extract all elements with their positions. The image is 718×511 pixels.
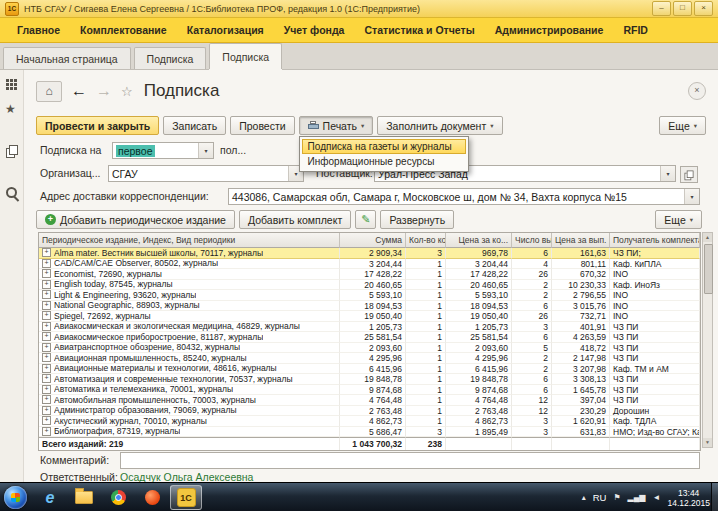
add-set-button[interactable]: Добавить комплект bbox=[239, 210, 351, 229]
subscription-period-field[interactable]: первое ▾ bbox=[112, 142, 214, 159]
column-header-issue-price[interactable]: Цена за вып. bbox=[552, 233, 610, 248]
table-row[interactable]: + Light & Engineering, 93620, журналы 5 … bbox=[39, 290, 700, 301]
column-header-recipient[interactable]: Получатель комплекта bbox=[610, 233, 700, 248]
tab-1[interactable]: Начальная страница bbox=[3, 47, 131, 69]
write-button[interactable]: Записать bbox=[163, 116, 226, 135]
column-header-price[interactable]: Цена за ко... bbox=[446, 233, 512, 248]
print-menu-item[interactable]: Информационные ресурсы bbox=[302, 154, 466, 169]
table-row[interactable]: + Библиография, 87319, журналы 5 686,47 … bbox=[39, 427, 700, 438]
table-row[interactable]: + Авиакосмическая и экологическая медици… bbox=[39, 322, 700, 333]
column-header-issues[interactable]: Число вы... bbox=[512, 233, 552, 248]
history-icon[interactable] bbox=[5, 144, 19, 158]
expand-row-icon[interactable]: + bbox=[42, 374, 51, 383]
network-icon[interactable]: ▂▄▆ bbox=[628, 493, 646, 502]
tab-2[interactable]: Подписка bbox=[134, 47, 207, 69]
post-and-close-button[interactable]: Провести и закрыть bbox=[36, 116, 159, 135]
table-row[interactable]: + Администратор образования, 79069, журн… bbox=[39, 406, 700, 417]
ie-taskbar-icon[interactable]: e bbox=[34, 485, 66, 510]
expand-row-icon[interactable]: + bbox=[42, 290, 51, 299]
start-button[interactable] bbox=[4, 486, 27, 509]
chevron-down-icon[interactable]: ▾ bbox=[198, 143, 213, 158]
close-form-button[interactable]: × bbox=[688, 82, 706, 100]
volume-icon[interactable]: ◄ bbox=[653, 493, 661, 502]
menu-item[interactable]: Главное bbox=[8, 21, 69, 39]
menu-item[interactable]: RFID bbox=[614, 21, 657, 39]
clock[interactable]: 13:44 14.12.2015 bbox=[667, 488, 710, 508]
edit-button[interactable]: ✎ bbox=[355, 210, 376, 229]
table-row[interactable]: + Автомобильная промышленность, 70003, ж… bbox=[39, 395, 700, 406]
menu-item[interactable]: Каталогизация bbox=[178, 21, 273, 39]
menu-item[interactable]: Комплектование bbox=[71, 21, 176, 39]
chrome-taskbar-icon[interactable] bbox=[102, 485, 134, 510]
expand-row-icon[interactable]: + bbox=[42, 269, 51, 278]
expand-row-icon[interactable]: + bbox=[42, 311, 51, 320]
expand-row-icon[interactable]: + bbox=[42, 364, 51, 373]
table-row[interactable]: + Автоматизация и современные технологии… bbox=[39, 374, 700, 385]
delivery-address-field[interactable]: 443086, Самарская обл, Самара г, Московс… bbox=[228, 188, 700, 205]
expand-button[interactable]: Развернуть bbox=[380, 210, 454, 229]
scroll-down-icon[interactable]: ▼ bbox=[703, 438, 712, 447]
add-periodical-button[interactable]: + Добавить периодическое издание bbox=[36, 210, 235, 229]
table-row[interactable]: + Авиационная промышленность, 85240, жур… bbox=[39, 353, 700, 364]
media-taskbar-icon[interactable] bbox=[136, 485, 168, 510]
expand-row-icon[interactable]: + bbox=[42, 322, 51, 331]
organization-field[interactable]: СГАУ ▾ bbox=[108, 165, 304, 182]
menu-item[interactable]: Статистика и Отчеты bbox=[355, 21, 483, 39]
maximize-button[interactable]: □ bbox=[673, 1, 692, 16]
table-more-button[interactable]: Еще ▾ bbox=[655, 210, 702, 229]
table-row[interactable]: + Авиакосмическое приборостроение, 81187… bbox=[39, 332, 700, 343]
table-row[interactable]: + Авиационные материалы и технологии, 48… bbox=[39, 364, 700, 375]
table-row[interactable]: + CAD/CAM/CAE Observer, 80502, журналы 3… bbox=[39, 259, 700, 270]
table-row[interactable]: + Автоматика и телемеханика, 70001, журн… bbox=[39, 385, 700, 396]
chevron-down-icon[interactable]: ▾ bbox=[660, 166, 675, 181]
expand-row-icon[interactable]: + bbox=[42, 343, 51, 352]
favorite-toggle-icon[interactable]: ☆ bbox=[121, 84, 133, 99]
expand-row-icon[interactable]: + bbox=[42, 416, 51, 425]
expand-row-icon[interactable]: + bbox=[42, 353, 51, 362]
expand-row-icon[interactable]: + bbox=[42, 332, 51, 341]
folder-taskbar-icon[interactable] bbox=[68, 485, 100, 510]
minimize-button[interactable]: – bbox=[652, 1, 671, 16]
expand-row-icon[interactable]: + bbox=[42, 280, 51, 289]
column-header-qty[interactable]: Кол-во ко... bbox=[406, 233, 446, 248]
onec-taskbar-icon[interactable]: 1С bbox=[170, 485, 202, 510]
menu-item[interactable]: Администрирование bbox=[486, 21, 613, 39]
print-menu-item[interactable]: Подписка на газеты и журналы bbox=[302, 139, 466, 154]
hidden-icons-chevron[interactable]: ▴ bbox=[582, 493, 586, 502]
forward-button[interactable]: → bbox=[96, 82, 112, 100]
expand-row-icon[interactable]: + bbox=[42, 259, 51, 268]
column-header-sum[interactable]: Сумма bbox=[340, 233, 406, 248]
expand-row-icon[interactable]: + bbox=[42, 385, 51, 394]
expand-row-icon[interactable]: + bbox=[42, 427, 51, 436]
table-row[interactable]: + Economist, 72690, журналы 17 428,22 1 … bbox=[39, 269, 700, 280]
expand-row-icon[interactable]: + bbox=[42, 301, 51, 310]
comment-field[interactable] bbox=[120, 452, 700, 469]
window-close-button[interactable]: × bbox=[694, 1, 713, 16]
table-row[interactable]: + English today, 87545, журналы 20 460,6… bbox=[39, 280, 700, 291]
fill-document-button[interactable]: Заполнить документ ▾ bbox=[377, 116, 502, 135]
favorites-star-icon[interactable]: ★ bbox=[5, 102, 16, 116]
language-indicator[interactable]: RU bbox=[593, 492, 607, 503]
expand-row-icon[interactable]: + bbox=[42, 395, 51, 404]
table-scrollbar[interactable]: ▲ ▼ bbox=[702, 232, 713, 448]
tab-3[interactable]: Подписка bbox=[209, 43, 282, 69]
expand-row-icon[interactable]: + bbox=[42, 406, 51, 415]
more-actions-button[interactable]: Еще ▾ bbox=[659, 116, 706, 135]
search-icon[interactable] bbox=[5, 186, 19, 200]
post-button[interactable]: Провести bbox=[230, 116, 294, 135]
table-row[interactable]: + Alma mater. Вестник высшей школы, 7011… bbox=[39, 248, 700, 259]
column-header-name[interactable]: Периодическое издание, Индекс, Вид перио… bbox=[39, 233, 340, 248]
table-row[interactable]: + Акустический журнал, 70010, журналы 4 … bbox=[39, 416, 700, 427]
expand-row-icon[interactable]: + bbox=[42, 248, 51, 257]
home-button[interactable]: ⌂ bbox=[36, 81, 62, 102]
print-button[interactable]: Печать ▾ Подписка на газеты и журналыИнф… bbox=[299, 116, 374, 135]
show-desktop-button[interactable] bbox=[711, 483, 718, 511]
back-button[interactable]: ← bbox=[71, 82, 87, 100]
menu-item[interactable]: Учет фонда bbox=[275, 21, 354, 39]
scroll-up-icon[interactable]: ▲ bbox=[703, 233, 712, 242]
open-supplier-button[interactable] bbox=[680, 166, 698, 183]
chevron-down-icon[interactable]: ▾ bbox=[684, 189, 699, 204]
table-row[interactable]: + National Geographic, 88903, журналы 18… bbox=[39, 301, 700, 312]
scrollbar-thumb[interactable] bbox=[704, 244, 713, 294]
action-center-flag-icon[interactable]: ⚑ bbox=[613, 493, 620, 502]
